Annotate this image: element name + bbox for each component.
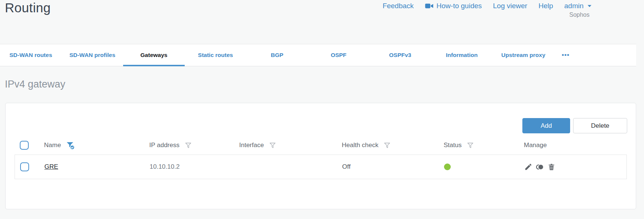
column-header-interface: Interface (234, 142, 337, 149)
edit-icon[interactable] (524, 163, 532, 171)
column-header-manage-label: Manage (524, 142, 547, 149)
filter-icon[interactable] (466, 142, 474, 149)
page-title: Routing (5, 0, 51, 15)
column-header-manage: Manage (519, 142, 627, 149)
admin-label: admin (564, 2, 584, 10)
row-ip-cell: 10.10.10.2 (144, 163, 234, 171)
top-nav: Feedback How-to guides Log viewer Help a… (382, 2, 592, 10)
column-header-status-label: Status (444, 142, 462, 149)
feedback-link[interactable]: Feedback (382, 2, 413, 10)
column-header-health-label: Health check (342, 142, 378, 149)
section-title: IPv4 gateway (5, 77, 644, 91)
tab-upstream-proxy[interactable]: Upstream proxy (493, 44, 554, 66)
page-header: Routing Feedback How-to guides Log viewe… (0, 0, 644, 44)
filter-icon[interactable] (383, 142, 391, 149)
row-checkbox[interactable] (20, 162, 29, 171)
row-manage-cell (519, 163, 626, 171)
select-all-checkbox[interactable] (20, 141, 29, 150)
add-button[interactable]: Add (522, 118, 570, 133)
filter-icon[interactable] (184, 142, 192, 149)
row-interface-cell (234, 167, 337, 167)
tab-sd-wan-profiles[interactable]: SD-WAN profiles (62, 44, 123, 66)
tab-bgp[interactable]: BGP (246, 44, 308, 66)
tab-more-button[interactable]: ••• (554, 44, 577, 66)
tab-static-routes[interactable]: Static routes (185, 44, 246, 66)
video-camera-icon (425, 3, 434, 9)
filter-active-icon[interactable] (66, 141, 75, 150)
admin-menu[interactable]: admin (564, 2, 592, 10)
howto-guides-link[interactable]: How-to guides (425, 2, 482, 10)
header-checkbox-cell (15, 141, 39, 150)
tab-bar: SD-WAN routes SD-WAN profiles Gateways S… (0, 44, 636, 66)
column-header-name-label: Name (44, 142, 61, 149)
tab-information[interactable]: Information (431, 44, 493, 66)
delete-button[interactable]: Delete (573, 118, 627, 133)
routing-page: Routing Feedback How-to guides Log viewe… (0, 0, 644, 209)
row-name-cell: GRE (39, 163, 144, 171)
filter-icon[interactable] (269, 142, 276, 149)
column-header-health-check: Health check (337, 142, 438, 149)
gateway-name-link[interactable]: GRE (44, 163, 58, 171)
brand-label: Sophos (569, 12, 590, 18)
column-header-ip-address: IP address (144, 142, 234, 149)
caret-down-icon (587, 4, 592, 7)
tab-gateways[interactable]: Gateways (123, 44, 185, 66)
column-header-ip-label: IP address (149, 142, 179, 149)
tab-ospfv3[interactable]: OSPFv3 (369, 44, 431, 66)
help-link[interactable]: Help (538, 2, 553, 10)
column-header-interface-label: Interface (239, 142, 264, 149)
table-header-row: Name IP address Interface (15, 136, 627, 155)
row-health-check-cell: Off (337, 163, 439, 171)
table-row: GRE 10.10.10.2 Off (15, 155, 627, 179)
delete-icon[interactable] (547, 163, 556, 171)
status-dot (444, 164, 451, 170)
log-viewer-link[interactable]: Log viewer (493, 2, 527, 10)
column-header-name: Name (39, 141, 144, 150)
row-checkbox-cell (15, 162, 39, 171)
column-header-status: Status (438, 142, 519, 149)
tab-sd-wan-routes[interactable]: SD-WAN routes (0, 44, 62, 66)
tab-ospf[interactable]: OSPF (308, 44, 369, 66)
table-actions: Add Delete (6, 103, 636, 133)
row-status-cell (439, 164, 519, 170)
howto-guides-label: How-to guides (437, 2, 482, 10)
clone-icon[interactable] (536, 163, 544, 171)
ipv4-gateway-panel: Add Delete Name IP address (5, 103, 636, 209)
